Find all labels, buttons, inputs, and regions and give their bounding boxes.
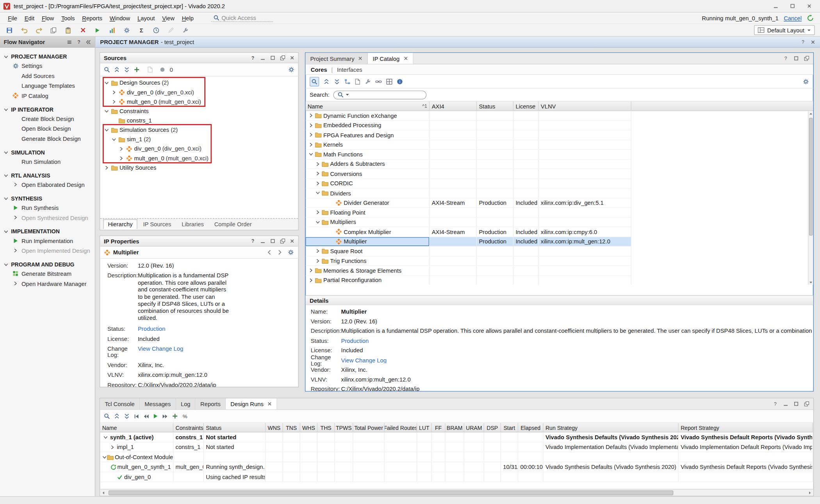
expand-all-button[interactable]	[124, 66, 130, 73]
report-timing-button[interactable]	[150, 25, 162, 35]
chevron-right-icon[interactable]	[308, 278, 314, 282]
chevron-right-icon[interactable]	[314, 210, 321, 215]
step-forward-button[interactable]	[162, 413, 168, 419]
runs-column-whs[interactable]: WHS	[300, 423, 317, 432]
undo-button[interactable]	[18, 25, 30, 35]
fn-item-open-hardware-manager[interactable]: Open Hardware Manager	[0, 279, 95, 288]
runs-column-tns[interactable]: TNS	[283, 423, 300, 432]
redo-button[interactable]	[32, 25, 45, 35]
help-panel-button[interactable]: ?	[800, 39, 806, 45]
runs-column-bram[interactable]: BRAM	[446, 423, 464, 432]
fn-item-generate-block-design[interactable]: Generate Block Design	[0, 133, 95, 143]
menu-file[interactable]: File	[4, 14, 21, 22]
menu-view[interactable]: View	[159, 14, 178, 22]
maximize-panel-button[interactable]	[793, 55, 799, 61]
gear-icon[interactable]	[803, 78, 809, 85]
chevron-right-icon[interactable]	[118, 146, 125, 151]
tab-tcl-console[interactable]: Tcl Console	[100, 398, 140, 409]
close-tab-icon[interactable]	[358, 56, 363, 61]
catalog-row-multiplier[interactable]: Multiplier Production Included xilinx.co…	[305, 237, 631, 247]
wrench-button[interactable]	[365, 78, 371, 85]
catalog-row-divider-generator[interactable]: Divider Generator AXI4-Stream Production…	[305, 198, 631, 208]
fn-section-implementation[interactable]: IMPLEMENTATION	[0, 227, 95, 235]
source-item-sim-1[interactable]: sim_1 (2)	[100, 135, 298, 144]
maximize-panel-button[interactable]	[793, 401, 799, 407]
expand-all-button[interactable]	[334, 78, 340, 85]
float-panel-button[interactable]	[804, 55, 809, 61]
runs-column-uram[interactable]: URAM	[464, 423, 484, 432]
fn-item-run-simulation[interactable]: Run Simulation	[0, 156, 95, 166]
catalog-row-multipliers[interactable]: Multipliers	[305, 218, 631, 227]
runs-column-ff[interactable]: FF	[432, 423, 446, 432]
chevron-right-icon[interactable]	[314, 171, 321, 176]
link-button[interactable]	[375, 78, 382, 85]
minimize-button[interactable]	[771, 2, 780, 10]
chevron-right-icon[interactable]	[103, 165, 110, 170]
runs-column-constraints[interactable]: Constraints	[173, 423, 204, 432]
close-button[interactable]	[804, 2, 814, 10]
float-panel-button[interactable]	[804, 401, 809, 407]
minimize-panel-button[interactable]	[260, 55, 266, 61]
catalog-row-square-root[interactable]: Square Root	[305, 247, 631, 256]
chevron-right-icon[interactable]	[314, 259, 321, 263]
percent-button[interactable]: %	[182, 413, 188, 419]
run-row-synth-1-active[interactable]: synth_1 (active)constrs_1Not startedViva…	[100, 432, 813, 442]
forward-icon[interactable]	[277, 249, 282, 256]
back-icon[interactable]	[267, 249, 272, 256]
chevron-down-icon[interactable]	[103, 108, 110, 113]
report-sum-button[interactable]: Σ	[135, 25, 148, 35]
catalog-row-adders-subtracters[interactable]: Adders & Subtracters	[305, 160, 631, 169]
runs-column-elapsed[interactable]: Elapsed	[518, 423, 543, 432]
collapse-all-button[interactable]	[114, 413, 120, 419]
chevron-right-icon[interactable]	[314, 161, 321, 166]
fn-section-project-manager[interactable]: PROJECT MANAGER	[0, 52, 95, 60]
horizontal-scrollbar[interactable]	[100, 489, 813, 495]
source-item-mult-gen-0[interactable]: mult_gen_0 (mult_gen_0.xci)	[100, 97, 298, 106]
fn-section-rtl-analysis[interactable]: RTL ANALYSIS	[0, 171, 95, 179]
source-item-design-sources[interactable]: Design Sources (2)	[100, 78, 298, 87]
runs-column-total-power[interactable]: Total Power	[353, 423, 385, 432]
scroll-down-arrow[interactable]	[809, 280, 813, 285]
catalog-row-dynamic-function-exchange[interactable]: Dynamic Function eXchange	[305, 111, 631, 121]
chevron-down-icon[interactable]	[102, 435, 109, 439]
source-item-div-gen-0[interactable]: div_gen_0 (div_gen_0.xci)	[100, 144, 298, 153]
help-panel-button[interactable]: ?	[250, 238, 256, 244]
runs-column-status[interactable]: Status	[204, 423, 266, 432]
catalog-row-math-functions[interactable]: Math Functions	[305, 150, 631, 160]
catalog-row-partial-reconfiguration[interactable]: Partial Reconfiguration	[305, 276, 631, 285]
tab-messages[interactable]: Messages	[140, 398, 176, 409]
menu-window[interactable]: Window	[106, 14, 134, 22]
runs-column-tpws[interactable]: TPWS	[335, 423, 353, 432]
catalog-row-complex-multiplier[interactable]: Complex Multiplier AXI4-Stream Productio…	[305, 227, 631, 237]
source-item-mult-gen-0[interactable]: mult_gen_0 (mult_gen_0.xci)	[100, 153, 298, 163]
chevron-right-icon[interactable]	[111, 90, 117, 94]
fn-collapse-left-icon[interactable]	[86, 39, 91, 45]
fn-item-generate-bitstream[interactable]: Generate Bitstream	[0, 268, 95, 278]
close-tab-icon[interactable]	[267, 401, 272, 406]
run-row-impl-1[interactable]: impl_1constrs_1Not startedVivado Impleme…	[100, 442, 813, 452]
subtab-interfaces[interactable]: Interfaces	[337, 66, 362, 73]
source-item-div-gen-0[interactable]: div_gen_0 (div_gen_0.xci)	[100, 87, 298, 97]
catalog-row-memories-storage-elements[interactable]: Memories & Storage Elements	[305, 266, 631, 276]
help-panel-button[interactable]: ?	[250, 55, 256, 61]
scroll-thumb[interactable]	[109, 490, 674, 495]
scroll-thumb[interactable]	[809, 118, 813, 236]
menu-layout[interactable]: Layout	[134, 14, 159, 22]
collapse-all-button[interactable]	[114, 66, 120, 73]
chevron-down-icon[interactable]	[103, 128, 110, 132]
hierarchy-button[interactable]	[344, 78, 351, 85]
sources-tab-hierarchy[interactable]: Hierarchy	[103, 219, 137, 229]
search-button[interactable]	[104, 413, 110, 419]
analysis-button[interactable]	[106, 25, 118, 35]
search-button[interactable]	[310, 77, 319, 86]
detail-value[interactable]: Production	[341, 337, 813, 344]
runs-column-lut[interactable]: LUT	[417, 423, 432, 432]
fn-item-open-synthesized-design[interactable]: Open Synthesized Design	[0, 213, 95, 222]
cancel-link[interactable]: Cancel	[784, 15, 802, 21]
menu-help[interactable]: Help	[178, 14, 197, 22]
collapse-all-button[interactable]	[323, 78, 330, 85]
chevron-down-icon[interactable]	[314, 220, 321, 224]
fn-section-program-and-debug[interactable]: PROGRAM AND DEBUG	[0, 260, 95, 268]
gear-icon[interactable]	[288, 249, 294, 256]
fn-section-synthesis[interactable]: SYNTHESIS	[0, 194, 95, 202]
